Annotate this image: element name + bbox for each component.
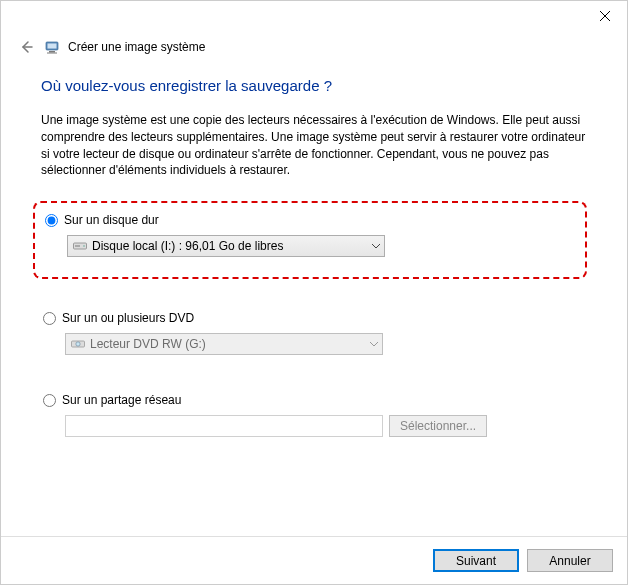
option-hdd-label: Sur un disque dur <box>64 213 159 227</box>
system-image-wizard: Créer une image système Où voulez-vous e… <box>0 0 628 585</box>
svg-point-12 <box>77 344 78 345</box>
system-image-icon <box>44 39 60 55</box>
wizard-header: Créer une image système <box>1 31 627 67</box>
optical-drive-icon <box>70 336 86 352</box>
next-button[interactable]: Suivant <box>433 549 519 572</box>
radio-network[interactable] <box>43 394 56 407</box>
option-hdd[interactable]: Sur un disque dur <box>45 213 575 227</box>
dvd-dropdown: Lecteur DVD RW (G:) <box>65 333 383 355</box>
radio-dvd[interactable] <box>43 312 56 325</box>
svg-rect-4 <box>49 51 55 53</box>
back-arrow-icon <box>19 40 33 54</box>
options-group: Sur un disque dur Disque local (I:) : 96… <box>33 201 587 437</box>
drive-icon <box>72 238 88 254</box>
option-dvd[interactable]: Sur un ou plusieurs DVD <box>43 311 587 325</box>
svg-rect-5 <box>47 53 57 54</box>
dvd-dropdown-text: Lecteur DVD RW (G:) <box>90 337 364 351</box>
footer: Suivant Annuler <box>1 536 627 584</box>
svg-point-8 <box>83 245 85 247</box>
chevron-down-icon <box>366 236 384 256</box>
close-button[interactable] <box>582 1 627 31</box>
back-button[interactable] <box>16 37 36 57</box>
page-description: Une image système est une copie des lect… <box>41 112 587 179</box>
browse-button: Sélectionner... <box>389 415 487 437</box>
option-network[interactable]: Sur un partage réseau <box>43 393 587 407</box>
hdd-dropdown[interactable]: Disque local (I:) : 96,01 Go de libres <box>67 235 385 257</box>
option-network-label: Sur un partage réseau <box>62 393 181 407</box>
cancel-button[interactable]: Annuler <box>527 549 613 572</box>
wizard-title: Créer une image système <box>68 40 205 54</box>
page-title: Où voulez-vous enregistrer la sauvegarde… <box>41 77 587 94</box>
titlebar <box>1 1 627 31</box>
network-path-input <box>65 415 383 437</box>
highlight-annotation: Sur un disque dur Disque local (I:) : 96… <box>33 201 587 279</box>
chevron-down-icon <box>364 334 382 354</box>
close-icon <box>600 11 610 21</box>
hdd-dropdown-text: Disque local (I:) : 96,01 Go de libres <box>92 239 366 253</box>
option-dvd-label: Sur un ou plusieurs DVD <box>62 311 194 325</box>
content-area: Où voulez-vous enregistrer la sauvegarde… <box>1 67 627 536</box>
svg-rect-9 <box>75 245 80 247</box>
svg-rect-6 <box>48 44 57 49</box>
radio-hdd[interactable] <box>45 214 58 227</box>
